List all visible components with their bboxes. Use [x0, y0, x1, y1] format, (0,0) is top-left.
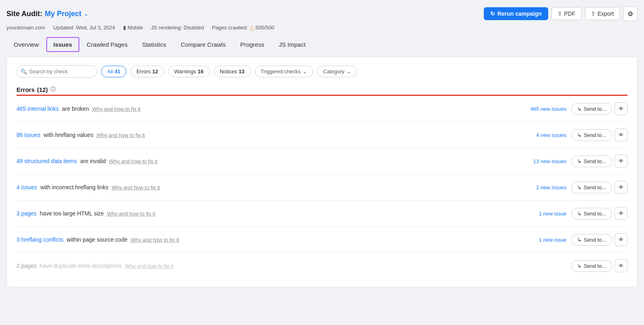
chevron-down-icon: ⌄: [303, 68, 307, 75]
send-to-button[interactable]: ↳ Send to...: [571, 208, 612, 219]
eye-button[interactable]: 👁: [615, 181, 627, 194]
why-fix-link[interactable]: Why and how to fix it: [111, 184, 160, 190]
send-to-button[interactable]: ↳ Send to...: [571, 260, 612, 272]
issue-count-link[interactable]: 49 structured data items: [17, 158, 77, 164]
why-fix-link[interactable]: Why and how to fix it: [131, 237, 179, 243]
issue-count-link[interactable]: 4 issues: [17, 184, 37, 190]
issue-actions: ↳ Send to... 👁: [571, 155, 627, 168]
issue-text: have duplicate meta descriptions: [40, 263, 122, 269]
filter-warnings-button[interactable]: Warnings 16: [168, 66, 210, 77]
why-fix-link[interactable]: Why and how to fix it: [97, 132, 145, 138]
send-to-button[interactable]: ↳ Send to...: [571, 182, 612, 193]
main-content-card: 🔍 All 41 Errors 12 Warnings 16 Notices 1…: [6, 57, 638, 287]
issue-new-count: 1 new issue: [510, 237, 566, 243]
export-button[interactable]: ⇧ Export: [585, 7, 620, 20]
send-to-button[interactable]: ↳ Send to...: [571, 234, 612, 246]
eye-button[interactable]: 👁: [615, 155, 627, 168]
issue-description: 3 pages have too large HTML size Why and…: [17, 210, 505, 217]
header-actions: ↻ Rerun campaign ⇧ PDF ⇧ Export ⚙: [484, 6, 638, 21]
tab-progress[interactable]: Progress: [233, 37, 272, 52]
issue-text: are broken: [62, 106, 89, 112]
pdf-button[interactable]: ⇧ PDF: [551, 7, 582, 20]
tab-js-impact[interactable]: JS Impact: [272, 37, 313, 52]
project-dropdown-icon[interactable]: ⌄: [84, 10, 89, 17]
filter-all-button[interactable]: All 41: [101, 66, 126, 77]
tab-statistics[interactable]: Statistics: [135, 37, 173, 52]
eye-button[interactable]: 👁: [615, 233, 627, 246]
eye-icon: 👁: [618, 236, 624, 243]
eye-button[interactable]: 👁: [615, 128, 627, 141]
pages-crawled-label: Pages crawled: △ 500/500: [212, 24, 275, 31]
issue-actions: ↳ Send to... 👁: [571, 181, 627, 194]
issue-actions: ↳ Send to... 👁: [571, 207, 627, 220]
share-icon: ↳: [577, 237, 582, 243]
why-fix-link[interactable]: Why and how to fix it: [109, 158, 157, 164]
rerun-icon: ↻: [490, 10, 495, 17]
site-audit-header: Site Audit: My Project ⌄: [6, 10, 89, 18]
project-name[interactable]: My Project: [45, 10, 81, 18]
issue-description: 86 issues with hreflang values Why and h…: [17, 132, 505, 138]
rerun-campaign-button[interactable]: ↻ Rerun campaign: [484, 7, 548, 20]
issue-description: 2 pages have duplicate meta descriptions…: [17, 263, 505, 269]
updated-label: Updated: Wed, Jul 3, 2024: [53, 25, 115, 31]
why-fix-link[interactable]: Why and how to fix it: [92, 106, 140, 112]
domain-label: yourdomain.com: [6, 25, 45, 31]
table-row: 3 hreflang conflicts within page source …: [17, 227, 627, 253]
issue-actions: ↳ Send to... 👁: [571, 233, 627, 246]
issue-text: with incorrect hreflang links: [40, 184, 108, 190]
issue-count-link[interactable]: 86 issues: [17, 132, 40, 138]
eye-icon: 👁: [618, 210, 624, 217]
tab-compare-crawls[interactable]: Compare Crawls: [173, 37, 233, 52]
issues-list: 465 internal links are broken Why and ho…: [17, 96, 627, 279]
why-fix-link[interactable]: Why and how to fix it: [125, 263, 173, 269]
issue-text: with hreflang values: [43, 132, 93, 138]
chevron-down-icon: ⌄: [347, 68, 351, 75]
js-rendering-label: JS rendering: Disabled: [151, 25, 204, 31]
pdf-icon: ⇧: [557, 10, 562, 17]
issue-description: 3 hreflang conflicts within page source …: [17, 236, 505, 243]
mobile-icon: ▮: [123, 25, 126, 31]
issue-count-link[interactable]: 3 pages: [17, 210, 37, 217]
filter-errors-button[interactable]: Errors 12: [130, 66, 164, 77]
tab-overview[interactable]: Overview: [6, 37, 46, 52]
share-icon: ↳: [577, 184, 582, 190]
eye-button[interactable]: 👁: [615, 102, 627, 115]
gear-icon: ⚙: [627, 10, 633, 18]
tab-crawled-pages[interactable]: Crawled Pages: [79, 37, 135, 52]
tab-issues[interactable]: Issues: [46, 37, 80, 52]
export-icon: ⇧: [591, 10, 596, 17]
issue-count-link[interactable]: 465 internal links: [17, 106, 59, 112]
info-icon[interactable]: ⓘ: [50, 86, 56, 93]
issue-new-count: 13 new issues: [510, 158, 566, 164]
site-audit-label: Site Audit:: [6, 10, 42, 18]
table-row: 49 structured data items are invalid Why…: [17, 148, 627, 174]
eye-icon: 👁: [618, 158, 624, 164]
issue-count-link[interactable]: 2 pages: [17, 263, 37, 269]
share-icon: ↳: [577, 158, 582, 164]
issue-count-link[interactable]: 3 hreflang conflicts: [17, 236, 64, 243]
why-fix-link[interactable]: Why and how to fix it: [107, 211, 155, 217]
share-icon: ↳: [577, 263, 582, 269]
eye-button[interactable]: 👁: [615, 207, 627, 220]
send-to-button[interactable]: ↳ Send to...: [571, 129, 612, 141]
issue-actions: ↳ Send to... 👁: [571, 259, 627, 272]
issue-actions: ↳ Send to... 👁: [571, 102, 627, 115]
eye-button[interactable]: 👁: [615, 259, 627, 272]
issue-new-count: 465 new issues: [510, 106, 566, 112]
issue-new-count: 2 new issues: [510, 184, 566, 190]
device-label: ▮ Mobile: [123, 25, 143, 31]
category-dropdown[interactable]: Category ⌄: [317, 66, 357, 77]
settings-button[interactable]: ⚙: [623, 6, 638, 21]
filter-notices-button[interactable]: Notices 13: [214, 66, 251, 77]
search-input[interactable]: [17, 65, 97, 78]
nav-tabs: Overview Issues Crawled Pages Statistics…: [6, 37, 638, 52]
issue-description: 4 issues with incorrect hreflang links W…: [17, 184, 505, 190]
warning-icon: △: [250, 24, 254, 31]
send-to-button[interactable]: ↳ Send to...: [571, 155, 612, 167]
issue-text: within page source code: [67, 236, 128, 243]
send-to-button[interactable]: ↳ Send to...: [571, 103, 612, 115]
eye-icon: 👁: [618, 263, 624, 269]
table-row: 3 pages have too large HTML size Why and…: [17, 201, 627, 227]
issue-new-count: 4 new issues: [510, 132, 566, 138]
triggered-checks-dropdown[interactable]: Triggered checks ⌄: [255, 66, 313, 77]
